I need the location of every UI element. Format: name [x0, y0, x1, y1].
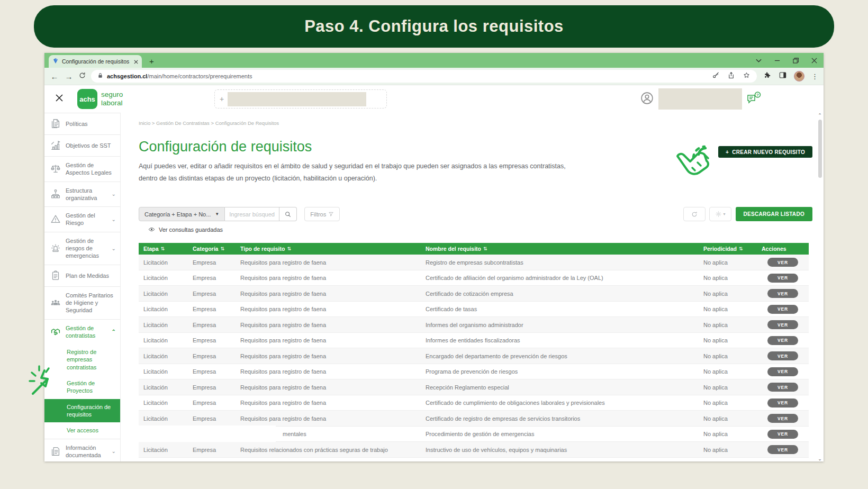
column-header-categoria[interactable]: Categoría ⇅: [188, 246, 236, 252]
search-button[interactable]: [279, 207, 297, 221]
sidebar-item-gestion-de-aspectos-legales[interactable]: Gestión de Aspectos Legales: [44, 156, 120, 182]
vertical-scrollbar[interactable]: ⌃ ⌄: [817, 113, 822, 461]
scrollbar-thumb[interactable]: [818, 120, 822, 178]
column-header-periodicidad[interactable]: Periodicidad ⇅: [699, 246, 757, 252]
sidebar-item-gestion-del-riesgo[interactable]: Gestión del Riesgo ⌄: [44, 206, 120, 232]
tab-strip: Configuración de requisitos +: [44, 53, 824, 68]
table-row: Licitación Empresa Requisitos para regis…: [139, 379, 809, 395]
sidebar-item-configuracion-de-requisitos[interactable]: Configuración de requisitos: [44, 399, 120, 423]
column-header-etapa[interactable]: Etapa ⇅: [139, 246, 188, 252]
ver-button[interactable]: VER: [767, 367, 798, 376]
sidebar-item-registro-de-empresas-contratistas[interactable]: Registro de empresas contratistas: [44, 344, 120, 375]
ver-button[interactable]: VER: [767, 320, 798, 329]
scroll-down-icon[interactable]: ⌄: [818, 456, 822, 461]
sidebar-item-ver-accesos[interactable]: Ver accesos: [44, 422, 120, 438]
extensions-puzzle-icon[interactable]: [763, 71, 772, 82]
browser-menu-icon[interactable]: ⋮: [811, 73, 818, 80]
sidebar-item-gestion-de-contratistas[interactable]: Gestión de contratistas ⌃: [44, 319, 120, 345]
cell-categoria: Empresa: [188, 259, 236, 266]
new-tab-button[interactable]: +: [149, 57, 154, 66]
column-header-acciones[interactable]: Acciones: [757, 246, 809, 252]
tab-close-icon[interactable]: [134, 57, 138, 66]
window-minimize-icon[interactable]: [774, 58, 780, 64]
download-list-button[interactable]: DESCARGAR LISTADO: [736, 207, 812, 221]
share-icon[interactable]: [727, 71, 735, 82]
table-row: mentales Procedimiento de gestión de eme…: [139, 427, 809, 442]
cell-etapa: Licitación: [139, 415, 188, 422]
cell-etapa: Licitación: [139, 368, 188, 375]
refresh-icon: [691, 211, 698, 218]
column-header-nombre-del-requisito[interactable]: Nombre del requisito ⇅: [421, 246, 699, 252]
policies-icon: [49, 118, 62, 130]
key-icon[interactable]: [712, 71, 720, 82]
ver-button[interactable]: VER: [767, 383, 798, 392]
infodoc-icon: [49, 446, 62, 457]
sidebar-item-politicas[interactable]: Políticas: [44, 113, 120, 134]
add-company-box[interactable]: +: [214, 89, 387, 108]
cell-periodicidad: No aplica: [699, 259, 757, 266]
app-close-icon[interactable]: [55, 94, 64, 104]
cell-categoria: Empresa: [188, 368, 236, 375]
saved-queries-link[interactable]: Ver consultas guardadas: [148, 226, 812, 233]
url-path: /main/home/contractors/prerequirements: [147, 73, 252, 79]
sidebar-item-informacion-documentada[interactable]: Información documentada ⌄: [44, 439, 120, 461]
ver-button[interactable]: VER: [767, 399, 798, 408]
url-bar[interactable]: achsgestion.cl/main/home/contractors/pre…: [91, 70, 757, 83]
user-profile-icon[interactable]: [640, 91, 654, 107]
ver-button[interactable]: VER: [767, 289, 798, 298]
reload-icon[interactable]: [78, 71, 86, 82]
cell-etapa: Licitación: [139, 275, 188, 281]
side-panel-icon[interactable]: [779, 71, 787, 82]
sidebar-item-objetivos-de-sst[interactable]: Objetivos de SST: [44, 134, 120, 156]
cell-tipo: Requisitos para registro de faena: [236, 384, 421, 391]
sidebar-item-estructura-organizativa[interactable]: Estructura organizativa ⌄: [44, 182, 120, 207]
search-scope-dropdown[interactable]: Categoría + Etapa + No... ▼: [139, 207, 225, 221]
cell-nombre: Certificado de afiliación del organismo …: [421, 275, 699, 281]
column-header-tipo-de-requisito[interactable]: Tipo de requisito ⇅: [236, 246, 421, 252]
bookmark-star-icon[interactable]: [743, 71, 751, 82]
table-row: Licitación Empresa Requisitos para regis…: [139, 302, 809, 318]
sidebar-item-comites-paritarios-de-higiene-y-seguridad[interactable]: Comités Paritarios de Higiene y Segurida…: [44, 286, 120, 319]
ver-button[interactable]: VER: [767, 336, 798, 345]
window-close-icon[interactable]: [811, 58, 817, 64]
table-settings-button[interactable]: ▾: [709, 207, 731, 221]
sidebar-item-plan-de-medidas[interactable]: Plan de Medidas: [44, 265, 120, 286]
back-icon[interactable]: ←: [50, 72, 59, 81]
search-input[interactable]: [225, 207, 279, 221]
step-banner: Paso 4. Configura los requisitos: [34, 5, 834, 48]
profile-avatar[interactable]: [794, 71, 804, 82]
cell-nombre: Programa de prevención de riesgos: [421, 368, 699, 375]
ver-button[interactable]: VER: [767, 430, 798, 439]
browser-window: Configuración de requisitos + ← →: [44, 53, 824, 461]
redacted-user-name: [658, 88, 742, 110]
browser-tab[interactable]: Configuración de requisitos: [49, 55, 142, 68]
filters-button[interactable]: Filtros: [304, 207, 340, 221]
gear-caret-icon: ▾: [724, 212, 726, 216]
sidebar: Políticas Objetivos de SST Gestión de As…: [44, 113, 121, 461]
cell-nombre: Certificado de cumplimiento de obligacio…: [421, 400, 699, 406]
window-restore-icon[interactable]: [793, 58, 799, 64]
cell-periodicidad: No aplica: [699, 275, 757, 281]
ver-button[interactable]: VER: [767, 274, 798, 283]
ver-button[interactable]: VER: [767, 351, 798, 360]
contractors-icon: [49, 326, 62, 338]
cell-periodicidad: No aplica: [699, 291, 757, 297]
ver-button[interactable]: VER: [767, 305, 798, 314]
sidebar-item-gestion-de-proyectos[interactable]: Gestión de Proyectos: [44, 375, 120, 399]
ver-button[interactable]: VER: [767, 414, 798, 423]
cell-categoria: Empresa: [188, 400, 236, 406]
svg-text:?: ?: [756, 93, 759, 97]
cell-tipo: Requisitos para registro de faena: [236, 337, 421, 343]
create-requirement-button[interactable]: + CREAR NUEVO REQUISITO: [718, 146, 812, 158]
help-chat-icon[interactable]: ?: [746, 91, 761, 107]
ver-button[interactable]: VER: [767, 258, 798, 267]
refresh-button[interactable]: [683, 207, 706, 221]
sidebar-item-gestion-de-riesgos-de-emergencias[interactable]: Gestión de riesgos de emergencias ⌄: [44, 232, 120, 265]
window-dropdown-icon[interactable]: [756, 59, 762, 62]
redacted-company-name: [228, 92, 366, 106]
ver-button[interactable]: VER: [767, 445, 798, 454]
forward-icon[interactable]: →: [64, 72, 74, 81]
cell-etapa: Licitación: [139, 400, 188, 406]
scroll-up-icon[interactable]: ⌃: [818, 113, 822, 118]
app-body: Políticas Objetivos de SST Gestión de As…: [44, 113, 824, 461]
